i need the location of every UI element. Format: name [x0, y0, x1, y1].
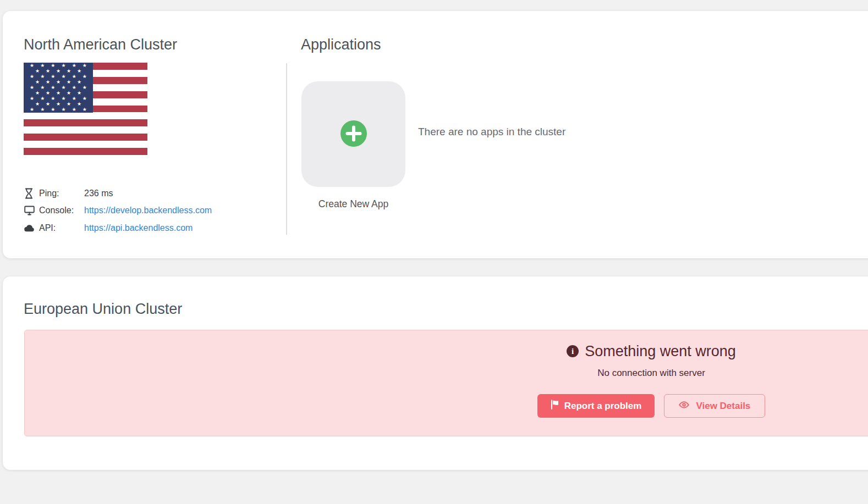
console-row: Console: https://develop.backendless.com [24, 202, 212, 220]
console-label: Console: [39, 206, 84, 215]
vertical-divider [286, 63, 287, 235]
create-new-app-tile[interactable] [301, 81, 405, 187]
us-flag-stars: ★★★★★★★★★★★★★★★★★★★★★★★★★★★★★★★★★★★★★★★★… [24, 63, 93, 113]
cluster-card-european-union: European Union Cluster i Something went … [3, 276, 868, 470]
applications-title: Applications [301, 36, 381, 53]
error-heading-row: i Something went wrong [567, 342, 736, 360]
flag-icon [551, 400, 559, 412]
cluster-info-list: Ping: 236 ms Console: https://develop.ba… [24, 185, 212, 237]
error-title: Something went wrong [585, 342, 736, 360]
monitor-icon [24, 206, 39, 215]
api-label: API: [39, 223, 84, 233]
report-problem-label: Report a problem [564, 401, 642, 412]
view-details-label: View Details [696, 401, 750, 412]
info-circle-icon: i [567, 345, 579, 357]
report-problem-button[interactable]: Report a problem [537, 394, 655, 418]
api-url-link[interactable]: https://api.backendless.com [84, 223, 193, 233]
hourglass-icon [24, 188, 39, 199]
console-url-link[interactable]: https://develop.backendless.com [84, 206, 212, 215]
error-message: No connection with server [597, 368, 705, 379]
cloud-icon [24, 224, 39, 232]
ping-row: Ping: 236 ms [24, 185, 212, 202]
no-apps-message: There are no apps in the cluster [418, 125, 565, 139]
cluster-title: European Union Cluster [24, 301, 182, 317]
view-details-button[interactable]: View Details [664, 394, 765, 418]
cluster-title: North American Cluster [24, 36, 177, 53]
create-new-app-label: Create New App [301, 198, 405, 210]
ping-label: Ping: [39, 189, 84, 198]
cluster-card-north-america: North American Cluster ★★★★★★★★★★★★★★★★★… [3, 11, 868, 258]
plus-circle-icon [340, 120, 367, 148]
error-actions: Report a problem View Details [537, 394, 766, 418]
eye-icon [679, 401, 689, 412]
api-row: API: https://api.backendless.com [24, 219, 212, 237]
ping-value: 236 ms [84, 189, 113, 198]
us-flag-image: ★★★★★★★★★★★★★★★★★★★★★★★★★★★★★★★★★★★★★★★★… [24, 63, 147, 155]
error-banner: i Something went wrong No connection wit… [24, 330, 868, 436]
page: North American Cluster ★★★★★★★★★★★★★★★★★… [0, 0, 868, 504]
